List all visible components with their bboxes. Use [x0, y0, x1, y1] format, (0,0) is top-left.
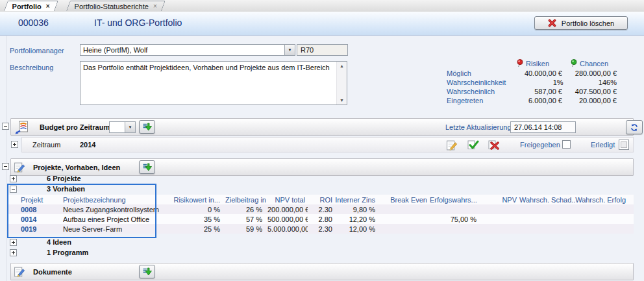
budget-title: Budget pro Zeitraum [40, 123, 110, 131]
manager-code-field: R70 [297, 44, 348, 56]
risk-panel-header: Risiken Chancen [447, 58, 617, 68]
budget-period-value [110, 122, 125, 132]
table-row-0019[interactable]: 0019 Neue Server-Farm 25 % 59 % 5.000.00… [8, 224, 634, 234]
col-projektbezeichnung[interactable]: Projektbezeichnung [63, 195, 160, 204]
risk-row: Eingetreten 6.000,00 € 20.000,00 € [447, 96, 617, 105]
col-zielbeitrag[interactable]: Zielbeitrag in ... [225, 195, 267, 204]
insert-button[interactable] [139, 120, 155, 134]
projects-section-bar: Projekte, Vorhaben, Ideen [10, 158, 634, 176]
last-update-field: 27.06.14 14:08 [510, 121, 576, 133]
delete-portfolio-button[interactable]: Portfolio löschen [534, 16, 628, 30]
note-icon [14, 162, 25, 173]
col-risikowert[interactable]: Risikowert in... [160, 195, 225, 204]
budget-section: Budget pro Zeitraum ▼ Letzte Aktualisier… [0, 118, 644, 136]
tab-bar: Portfolio × Portfolio-Statusberichte × [0, 0, 644, 12]
group-row-programm[interactable]: 1 Programm [0, 248, 644, 258]
table-row-0014[interactable]: 0014 Aufbau eines Project Office 35 % 57… [8, 214, 634, 224]
title-bar: 000036 IT- und ORG-Portfolio Portfolio l… [0, 12, 644, 36]
insert-button[interactable] [139, 265, 155, 278]
tab-label: Portfolio-Statusberichte [75, 3, 149, 10]
manager-label: Portfoliomanager [10, 47, 64, 55]
dropdown-icon[interactable]: ▼ [284, 45, 295, 55]
tab-portfolio-statusberichte[interactable]: Portfolio-Statusberichte × [66, 1, 166, 11]
green-pin-icon [571, 59, 577, 67]
group-label: 4 Ideen [47, 238, 71, 246]
col-roi[interactable]: ROI [308, 195, 335, 204]
edit-button[interactable] [445, 139, 458, 151]
red-x-icon [548, 19, 556, 27]
documents-section: Dokumente [0, 263, 644, 281]
page-title: IT- und ORG-Portfolio [94, 18, 182, 28]
collapse-icon[interactable] [2, 163, 9, 170]
tab-close-icon[interactable]: × [46, 3, 50, 10]
scrollbar[interactable]: ▲ ▼ [336, 62, 347, 104]
portfolio-id: 000036 [18, 18, 49, 28]
cell-projekt-id[interactable]: 0019 [8, 224, 63, 234]
delete-portfolio-label: Portfolio löschen [562, 19, 614, 27]
table-row-0008[interactable]: 0008 Neues Zugangskontrollsystem 0 % 26 … [8, 204, 634, 214]
col-break-even[interactable]: Break Even [378, 195, 430, 204]
col-erfolgswahrs[interactable]: Erfolgswahrs... [430, 195, 479, 204]
chancen-header: Chancen [562, 59, 617, 67]
risk-row: Wahrscheinlich 587,00 € 407.500,00 € [447, 87, 617, 96]
approve-button[interactable] [466, 139, 480, 151]
description-label: Beschreibung [10, 64, 53, 71]
description-text: Das Portfolio enthält Projektideen, Vorh… [83, 64, 334, 72]
collapse-icon[interactable] [10, 186, 17, 193]
projects-title: Projekte, Vorhaben, Ideen [33, 164, 120, 171]
risk-chance-panel: Risiken Chancen Möglich 40.000,00 € 280.… [447, 58, 617, 105]
refresh-button[interactable] [626, 120, 643, 134]
group-label: 3 Vorhaben [47, 185, 85, 193]
portfolio-form: Portfoliomanager Heine (PortfM), Wolf ▼ … [0, 36, 644, 118]
note-icon [14, 266, 25, 278]
group-row-ideen[interactable]: 4 Ideen [0, 238, 644, 248]
group-row-vorhaben[interactable]: 3 Vorhaben [0, 184, 644, 195]
tab-portfolio[interactable]: Portfolio × [4, 1, 58, 11]
documents-title: Dokumente [33, 268, 72, 276]
cell-projekt-id[interactable]: 0014 [8, 214, 63, 224]
cell-projekt-id[interactable]: 0008 [8, 204, 63, 214]
scroll-down-icon[interactable]: ▼ [337, 96, 347, 104]
expand-icon[interactable] [10, 175, 17, 182]
col-wahrsch-erfolg[interactable]: Wahrsch. Erfolg [575, 195, 634, 204]
col-npv[interactable]: NPV [479, 195, 519, 204]
collapse-icon[interactable] [2, 123, 9, 130]
erledigt-checkbox[interactable] [619, 140, 629, 150]
insert-icon [142, 267, 153, 276]
group-label: 6 Projekte [47, 175, 81, 182]
freigegeben-label: Freigegeben [520, 141, 560, 149]
check-icon [467, 140, 479, 151]
freigegeben-checkbox[interactable] [562, 140, 571, 149]
dropdown-icon[interactable]: ▼ [125, 122, 135, 132]
edit-icon [446, 140, 458, 151]
documents-section-bar: Dokumente [10, 263, 634, 280]
expand-icon[interactable] [10, 239, 17, 246]
tab-close-icon[interactable]: × [153, 3, 157, 10]
col-npv-total[interactable]: NPV total [267, 195, 308, 204]
expand-icon[interactable] [11, 141, 18, 148]
delete-row-button[interactable] [487, 139, 501, 151]
table-header-row: Projekt Projektbezeichnung Risikowert in… [8, 195, 634, 204]
budget-period-combobox[interactable]: ▼ [109, 121, 136, 133]
description-textarea[interactable]: Das Portfolio enthält Projektideen, Vorh… [80, 61, 347, 105]
tab-label: Portfolio [12, 3, 42, 10]
group-row-projekte[interactable]: 6 Projekte [0, 174, 644, 184]
scroll-up-icon[interactable]: ▲ [337, 62, 347, 70]
col-projekt[interactable]: Projekt [8, 195, 63, 204]
insert-icon [142, 163, 153, 171]
insert-button[interactable] [139, 160, 155, 174]
refresh-icon [630, 123, 638, 132]
erledigt-label: Erledigt [591, 141, 615, 149]
zeitraum-value: 2014 [80, 141, 95, 149]
manager-code: R70 [301, 46, 314, 54]
expand-icon[interactable] [10, 249, 17, 256]
risk-row: Wahrscheinlichkeit 1% 146% [447, 78, 617, 87]
manager-value: Heine (PortfM), Wolf [80, 45, 284, 55]
col-wahrsch-schad[interactable]: Wahrsch. Schad... [519, 195, 575, 204]
budget-section-bar: Budget pro Zeitraum ▼ Letzte Aktualisier… [10, 118, 634, 136]
col-interner-zins[interactable]: Interner Zins [335, 195, 378, 204]
red-pin-icon [517, 59, 523, 67]
report-icon [15, 121, 29, 134]
manager-combobox[interactable]: Heine (PortfM), Wolf ▼ [80, 44, 295, 56]
risiken-header: Risiken [504, 59, 562, 67]
